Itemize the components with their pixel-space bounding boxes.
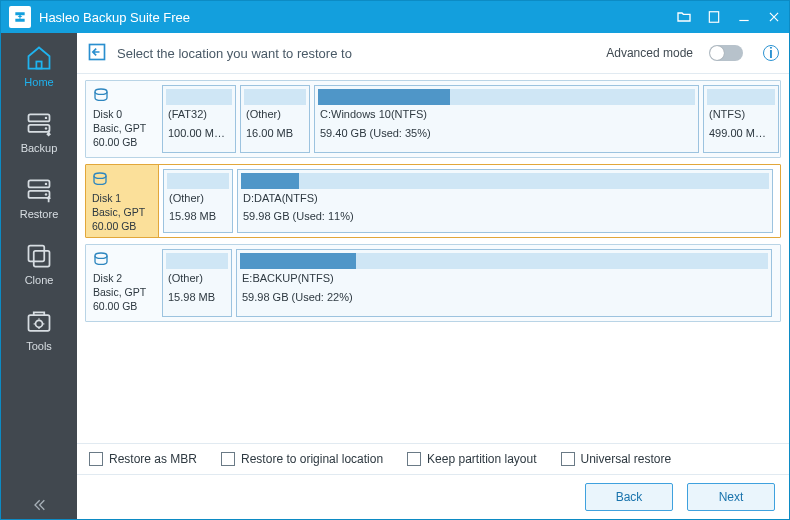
disk-head: Disk 2Basic, GPT60.00 GB: [90, 249, 158, 317]
option-label: Restore as MBR: [109, 452, 197, 466]
partition[interactable]: C:Windows 10(NTFS)59.40 GB (Used: 35%): [314, 85, 699, 153]
partition-size: 16.00 MB: [241, 127, 309, 146]
sidebar-item-clone[interactable]: Clone: [1, 231, 77, 297]
docs-button[interactable]: [699, 1, 729, 33]
disk-name: Disk 2: [93, 272, 155, 285]
partition-label: (Other): [164, 192, 232, 211]
partition-label: C:Windows 10(NTFS): [315, 108, 698, 127]
tools-icon: [24, 308, 54, 336]
svg-point-18: [95, 253, 107, 258]
svg-point-14: [36, 320, 43, 327]
close-button[interactable]: [759, 1, 789, 33]
disk-scheme: Basic, GPT: [93, 286, 155, 299]
option-checkbox[interactable]: Universal restore: [561, 452, 672, 466]
advanced-mode-label: Advanced mode: [606, 46, 693, 60]
checkbox-box: [561, 452, 575, 466]
usage-bar: [707, 89, 775, 105]
svg-point-6: [45, 127, 47, 129]
disk-head: Disk 0Basic, GPT60.00 GB: [90, 85, 158, 153]
svg-rect-2: [36, 62, 41, 69]
option-checkbox[interactable]: Restore to original location: [221, 452, 383, 466]
sidebar-item-label: Backup: [21, 142, 58, 154]
usage-bar: [167, 173, 229, 189]
sidebar-item-tools[interactable]: Tools: [1, 297, 77, 363]
disk-list: Disk 0Basic, GPT60.00 GB(FAT32)100.00 MB…: [77, 74, 789, 443]
disk-scheme: Basic, GPT: [92, 206, 154, 219]
app-logo-icon: [9, 6, 31, 28]
next-button[interactable]: Next: [687, 483, 775, 511]
restore-target-icon: [87, 42, 107, 65]
clone-icon: [24, 242, 54, 270]
sidebar-item-backup[interactable]: Backup: [1, 99, 77, 165]
option-label: Restore to original location: [241, 452, 383, 466]
svg-rect-12: [34, 251, 50, 267]
option-checkbox[interactable]: Keep partition layout: [407, 452, 536, 466]
partition-size: 100.00 MB ...: [163, 127, 235, 146]
partition[interactable]: D:DATA(NTFS)59.98 GB (Used: 11%): [237, 169, 773, 234]
partition[interactable]: (Other)16.00 MB: [240, 85, 310, 153]
disk-scheme: Basic, GPT: [93, 122, 155, 135]
partition-size: 59.98 GB (Used: 22%): [237, 291, 771, 310]
disk-size: 60.00 GB: [93, 300, 155, 313]
disk-row[interactable]: Disk 1Basic, GPT60.00 GB(Other)15.98 MBD…: [85, 164, 781, 239]
app-window: Hasleo Backup Suite Free HomeBackupResto…: [0, 0, 790, 520]
usage-bar: [318, 89, 695, 105]
titlebar: Hasleo Backup Suite Free: [1, 1, 789, 33]
partition-size: 15.98 MB: [164, 210, 232, 229]
open-folder-button[interactable]: [669, 1, 699, 33]
usage-bar: [166, 89, 232, 105]
usage-bar: [241, 173, 769, 189]
sidebar-item-label: Tools: [26, 340, 52, 352]
disk-icon: [93, 252, 155, 269]
header-bar: Select the location you want to restore …: [77, 33, 789, 74]
svg-point-9: [45, 183, 47, 185]
sidebar-item-label: Restore: [20, 208, 59, 220]
disk-icon: [93, 88, 155, 105]
checkbox-box: [407, 452, 421, 466]
disk-size: 60.00 GB: [92, 220, 154, 233]
partition[interactable]: (FAT32)100.00 MB ...: [162, 85, 236, 153]
sidebar-collapse-button[interactable]: [1, 491, 77, 519]
disk-row[interactable]: Disk 2Basic, GPT60.00 GB(Other)15.98 MBE…: [85, 244, 781, 322]
svg-point-17: [94, 173, 106, 178]
sidebar-item-restore[interactable]: Restore: [1, 165, 77, 231]
disk-size: 60.00 GB: [93, 136, 155, 149]
options-row: Restore as MBRRestore to original locati…: [77, 443, 789, 474]
partition-label: (Other): [163, 272, 231, 291]
partition-size: 499.00 MB ...: [704, 127, 778, 146]
partition-size: 15.98 MB: [163, 291, 231, 310]
info-icon[interactable]: i: [763, 45, 779, 61]
sidebar: HomeBackupRestoreCloneTools: [1, 33, 77, 519]
checkbox-box: [89, 452, 103, 466]
partition[interactable]: (Other)15.98 MB: [162, 249, 232, 317]
back-button[interactable]: Back: [585, 483, 673, 511]
svg-rect-11: [29, 246, 45, 262]
option-label: Universal restore: [581, 452, 672, 466]
checkbox-box: [221, 452, 235, 466]
usage-bar: [244, 89, 306, 105]
page-headline: Select the location you want to restore …: [117, 46, 352, 61]
app-title: Hasleo Backup Suite Free: [39, 10, 190, 25]
partition[interactable]: (NTFS)499.00 MB ...: [703, 85, 779, 153]
partition-label: D:DATA(NTFS): [238, 192, 772, 211]
disk-head: Disk 1Basic, GPT60.00 GB: [86, 165, 159, 238]
option-checkbox[interactable]: Restore as MBR: [89, 452, 197, 466]
partition-label: (FAT32): [163, 108, 235, 127]
svg-point-16: [95, 89, 107, 94]
partition[interactable]: (Other)15.98 MB: [163, 169, 233, 234]
main-pane: Select the location you want to restore …: [77, 33, 789, 519]
usage-bar: [166, 253, 228, 269]
advanced-mode-toggle[interactable]: [709, 45, 743, 61]
svg-rect-0: [709, 12, 718, 23]
button-bar: Back Next: [77, 474, 789, 519]
partition-size: 59.40 GB (Used: 35%): [315, 127, 698, 146]
disk-row[interactable]: Disk 0Basic, GPT60.00 GB(FAT32)100.00 MB…: [85, 80, 781, 158]
disk-name: Disk 1: [92, 192, 154, 205]
sidebar-item-home[interactable]: Home: [1, 33, 77, 99]
restore-icon: [24, 176, 54, 204]
minimize-button[interactable]: [729, 1, 759, 33]
partition[interactable]: E:BACKUP(NTFS)59.98 GB (Used: 22%): [236, 249, 772, 317]
partition-size: 59.98 GB (Used: 11%): [238, 210, 772, 229]
usage-bar: [240, 253, 768, 269]
svg-point-5: [45, 117, 47, 119]
